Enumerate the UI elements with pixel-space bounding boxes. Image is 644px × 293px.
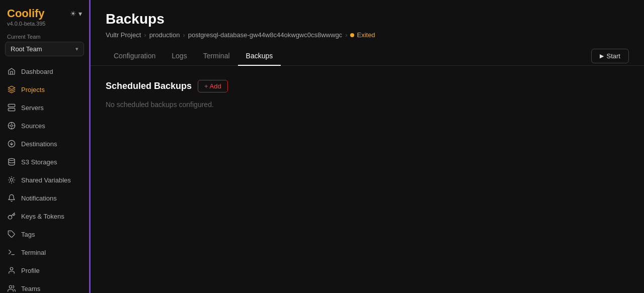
brand-name: Coolify xyxy=(7,7,45,20)
terminal-icon xyxy=(7,248,16,257)
current-team-label: Current Team xyxy=(0,29,89,42)
status-text: Exited xyxy=(357,31,375,39)
sidebar-item-dashboard[interactable]: Dashboard xyxy=(0,62,89,80)
sidebar-item-s3storages[interactable]: S3 Storages xyxy=(0,153,89,171)
svg-point-5 xyxy=(11,125,13,127)
teams-icon xyxy=(7,284,16,293)
tag-icon xyxy=(7,230,16,239)
sidebar-item-sharedvariables[interactable]: Shared Variables xyxy=(0,171,89,189)
sidebar-item-dashboard-label: Dashboard xyxy=(21,68,53,75)
sidebar-item-terminal[interactable]: Terminal xyxy=(0,243,89,261)
sidebar-nav: Dashboard Projects Servers Sources xyxy=(0,62,89,293)
user-icon xyxy=(7,266,16,275)
breadcrumb-sep-2: › xyxy=(183,31,185,39)
sidebar-item-destinations[interactable]: Destinations xyxy=(0,135,89,153)
team-selector-text: Root Team xyxy=(11,45,42,53)
sidebar-item-terminal-label: Terminal xyxy=(21,249,46,256)
sidebar-item-profile-label: Profile xyxy=(21,267,40,274)
breadcrumb: Vultr Project › production › postgresql-… xyxy=(106,31,629,39)
svg-point-11 xyxy=(10,267,13,270)
breadcrumb-vultr[interactable]: Vultr Project xyxy=(106,31,141,39)
section-header: Scheduled Backups + Add xyxy=(106,80,629,92)
variables-icon xyxy=(7,175,16,184)
sidebar-item-keystokens[interactable]: Keys & Tokens xyxy=(0,207,89,225)
svg-point-12 xyxy=(9,285,12,288)
start-button-label: Start xyxy=(607,52,620,60)
main-content-area: Backups Vultr Project › production › pos… xyxy=(91,0,644,293)
brand-version: v4.0.0-beta.395 xyxy=(7,21,82,27)
empty-message: No scheduled backups configured. xyxy=(106,101,629,109)
brand-area: Coolify ☀ ▾ v4.0.0-beta.395 xyxy=(0,0,89,29)
sidebar-item-s3storages-label: S3 Storages xyxy=(21,158,57,166)
sources-icon xyxy=(7,121,16,130)
sidebar-item-servers[interactable]: Servers xyxy=(0,99,89,117)
status-badge: Exited xyxy=(350,31,375,39)
tabs-bar: Configuration Logs Terminal Backups ▶ St… xyxy=(91,47,644,66)
svg-marker-0 xyxy=(8,86,15,89)
sidebar-item-projects-label: Projects xyxy=(21,86,45,93)
sidebar-item-keystokens-label: Keys & Tokens xyxy=(21,213,64,220)
sidebar-item-teams-label: Teams xyxy=(21,285,40,292)
sidebar-item-sharedvariables-label: Shared Variables xyxy=(21,176,71,184)
sidebar-item-sources-label: Sources xyxy=(21,122,45,130)
section-title: Scheduled Backups xyxy=(106,81,192,91)
page-title: Backups xyxy=(106,11,629,27)
sidebar-item-profile[interactable]: Profile xyxy=(0,261,89,279)
svg-point-7 xyxy=(9,158,15,160)
bell-icon xyxy=(7,193,16,203)
brand-icons: ☀ ▾ xyxy=(70,10,82,18)
tab-logs[interactable]: Logs xyxy=(164,47,195,66)
svg-rect-2 xyxy=(8,108,15,111)
server-icon xyxy=(7,103,16,112)
sidebar-item-tags[interactable]: Tags xyxy=(0,225,89,243)
sidebar-item-servers-label: Servers xyxy=(21,104,44,112)
sidebar-item-sources[interactable]: Sources xyxy=(0,117,89,135)
home-icon xyxy=(7,67,16,76)
sidebar-item-destinations-label: Destinations xyxy=(21,140,57,148)
main-header: Backups Vultr Project › production › pos… xyxy=(91,0,644,47)
team-selector[interactable]: Root Team ▾ xyxy=(5,42,84,56)
breadcrumb-sep-1: › xyxy=(144,31,146,39)
key-icon xyxy=(7,212,16,221)
svg-rect-1 xyxy=(8,104,15,107)
status-dot xyxy=(350,33,354,37)
add-button[interactable]: + Add xyxy=(198,80,228,92)
chevron-down-icon[interactable]: ▾ xyxy=(78,10,82,18)
sun-icon[interactable]: ☀ xyxy=(70,10,76,18)
sidebar-item-notifications-label: Notifications xyxy=(21,194,57,202)
start-button[interactable]: ▶ Start xyxy=(591,49,629,63)
breadcrumb-sep-3: › xyxy=(345,31,347,39)
sidebar-item-tags-label: Tags xyxy=(21,231,35,238)
sidebar-item-notifications[interactable]: Notifications xyxy=(0,189,89,207)
tab-backups[interactable]: Backups xyxy=(238,47,281,66)
layers-icon xyxy=(7,85,16,94)
svg-point-8 xyxy=(10,178,13,181)
sidebar: Coolify ☀ ▾ v4.0.0-beta.395 Current Team… xyxy=(0,0,91,293)
backups-content: Scheduled Backups + Add No scheduled bac… xyxy=(91,66,644,293)
sidebar-item-projects[interactable]: Projects xyxy=(0,80,89,99)
breadcrumb-production[interactable]: production xyxy=(149,31,180,39)
team-selector-arrow-icon: ▾ xyxy=(75,46,78,52)
play-icon: ▶ xyxy=(600,53,604,59)
destinations-icon xyxy=(7,139,16,148)
breadcrumb-db[interactable]: postgresql-database-gw44w8c44okwgwc0cs8w… xyxy=(188,31,342,39)
tab-configuration[interactable]: Configuration xyxy=(106,47,164,66)
storage-icon xyxy=(7,157,16,166)
sidebar-item-teams[interactable]: Teams xyxy=(0,279,89,293)
tab-terminal[interactable]: Terminal xyxy=(195,47,238,66)
